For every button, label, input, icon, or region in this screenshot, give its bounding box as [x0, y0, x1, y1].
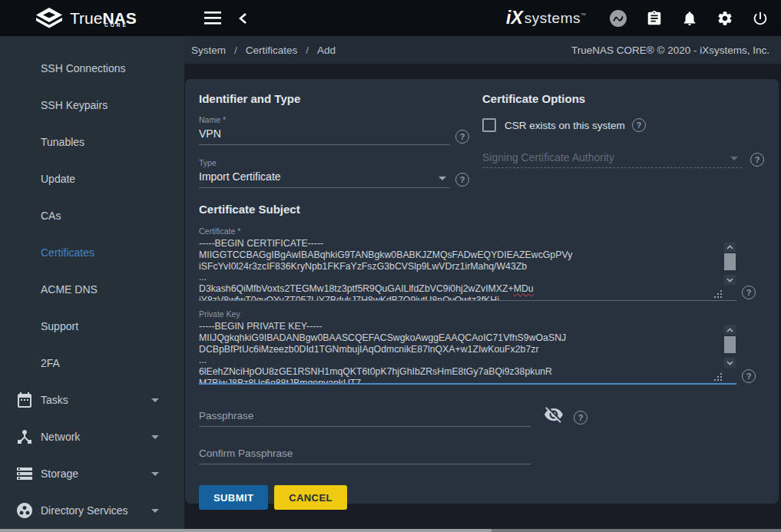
sidebar-item-label: 2FA	[41, 357, 60, 369]
sidebar-item-directory-services[interactable]: Directory Services	[0, 492, 184, 529]
csr-checkbox[interactable]	[482, 118, 496, 132]
breadcrumb-add: Add	[317, 45, 336, 56]
cert-line: D3kash6QiMfbVoxts2TEGMw18tz3ptf5R9QuGAIL…	[199, 283, 721, 295]
chevron-down-icon	[726, 278, 733, 283]
scroll-up-arrow[interactable]	[724, 325, 736, 335]
truecommand-icon	[609, 9, 627, 28]
topbar-right-group: iX systems ™	[506, 8, 781, 28]
clipboard-icon	[646, 10, 663, 27]
sidebar-item-support[interactable]: Support	[0, 308, 184, 345]
csr-checkbox-label: CSR exists on this system	[505, 120, 625, 131]
private-key-help-icon[interactable]	[742, 369, 756, 383]
submit-button[interactable]: SUBMIT	[199, 485, 268, 510]
cert-spellcheck-flagged-text: MDu	[514, 283, 534, 294]
signing-ca-label: Signing Certificate Authority	[482, 151, 614, 164]
name-help-icon[interactable]	[455, 130, 469, 144]
scrollbar-thumb[interactable]	[724, 253, 736, 270]
breadcrumb-certificates[interactable]: Certificates	[246, 45, 298, 56]
breadcrumb-separator: /	[306, 45, 309, 56]
csr-help-icon[interactable]	[632, 118, 646, 132]
scrollbar-thumb[interactable]	[724, 336, 736, 353]
confirm-passphrase-input[interactable]	[199, 448, 531, 464]
certificate-textarea[interactable]: -----BEGIN CERTIFICATE-----MIIGGTCCBAGgI…	[199, 238, 736, 300]
breadcrumb-system[interactable]: System	[191, 45, 226, 56]
eye-off-icon	[544, 405, 564, 425]
private-key-field-label: Private Key	[199, 309, 765, 319]
power-icon	[752, 10, 769, 27]
confirm-passphrase-field-group	[199, 446, 765, 464]
main-content: System / Certificates / Add TrueNAS CORE…	[184, 36, 781, 529]
chevron-up-icon	[726, 245, 733, 249]
sidebar-item-cas[interactable]: CAs	[0, 197, 184, 234]
certificate-options-section: Certificate Options CSR exists on this s…	[482, 92, 765, 188]
sidebar-item-ssh-keypairs[interactable]: SSH Keypairs	[0, 87, 184, 124]
certificate-field-label: Certificate *	[199, 226, 765, 236]
sidebar-item-acme-dns[interactable]: ACME DNS	[0, 271, 184, 308]
resize-grip-icon[interactable]	[720, 379, 722, 381]
type-select-value: Import Certificate	[199, 170, 281, 183]
sidebar-item-network[interactable]: Network	[0, 418, 184, 455]
private-key-field-group: -----BEGIN PRIVATE KEY-----MIIJQgkqhkiG9…	[199, 321, 765, 385]
pk-line: DCBpBfPtUc6iMzeezb0DId1TGNmbujIAqOdmcnik…	[199, 344, 721, 355]
sidebar-item-ssh-connections[interactable]: SSH Connections	[0, 50, 184, 87]
sidebar-item-tasks[interactable]: Tasks	[0, 382, 184, 418]
sidebar-item-2fa[interactable]: 2FA	[0, 345, 184, 382]
section-title: Identifier and Type	[199, 92, 469, 105]
signing-ca-help-icon[interactable]	[750, 153, 764, 167]
chevron-left-icon	[238, 12, 247, 25]
notifications-button[interactable]	[681, 10, 698, 27]
scroll-down-arrow[interactable]	[724, 358, 736, 368]
bell-icon	[681, 10, 698, 27]
cert-line-clipped: jY8zV8wfwT0qvQYvZT057LjY7BdvkJ7H8wKdB7Q9…	[199, 295, 721, 300]
collapse-back-button[interactable]	[238, 12, 247, 25]
certificate-scrollbar	[724, 242, 736, 285]
toggle-passphrase-visibility-button[interactable]	[544, 405, 564, 427]
truenas-logo[interactable]: TrueNAS CORE	[0, 7, 184, 30]
horizontal-scrollbar-thumb[interactable]	[0, 529, 491, 532]
horizontal-scrollbar[interactable]	[0, 529, 781, 532]
passphrase-help-icon[interactable]	[574, 411, 587, 425]
pk-line: -----BEGIN PRIVATE KEY-----	[199, 321, 721, 332]
truecommand-button[interactable]	[609, 9, 627, 28]
settings-button[interactable]	[716, 10, 733, 27]
jobs-button[interactable]	[646, 10, 663, 27]
chevron-down-icon	[151, 435, 159, 439]
private-key-textarea[interactable]: -----BEGIN PRIVATE KEY-----MIIJQgkqhkiG9…	[199, 321, 736, 383]
chevron-down-icon	[438, 177, 446, 180]
sidebar-item-label: SSH Connections	[41, 62, 126, 74]
passphrase-input[interactable]	[199, 410, 531, 426]
form-actions: SUBMIT CANCEL	[199, 485, 765, 510]
scroll-up-arrow[interactable]	[724, 242, 736, 252]
sidebar-item-update[interactable]: Update	[0, 160, 184, 197]
ixsystems-logo: iX systems ™	[506, 8, 586, 28]
section-title: Certificate Subject	[199, 203, 765, 216]
storage-icon	[15, 464, 34, 483]
sidebar-item-label: Storage	[41, 468, 78, 480]
topbar-icon-buttons	[609, 9, 769, 28]
identifier-and-type-section: Identifier and Type Name *	[199, 92, 469, 188]
sidebar-item-storage[interactable]: Storage	[0, 455, 184, 492]
signing-ca-field-group: Signing Certificate Authority	[482, 151, 765, 168]
cert-line: -----BEGIN CERTIFICATE-----	[199, 238, 721, 249]
power-button[interactable]	[752, 10, 769, 27]
brand-core-label: CORE	[104, 17, 128, 33]
type-select[interactable]: Import Certificate	[199, 170, 450, 188]
resize-grip-icon[interactable]	[720, 296, 722, 298]
brand-true: True	[70, 9, 102, 27]
pk-line: MIIJQgkqhkiG9IBADANBgw0BAASCQEFACSwgkoAw…	[199, 332, 721, 344]
sidebar-item-tunables[interactable]: Tunables	[0, 124, 184, 160]
certificate-help-icon[interactable]	[742, 286, 756, 299]
chevron-up-icon	[726, 328, 733, 332]
sidebar-item-label: Certificates	[41, 246, 94, 259]
csr-checkbox-row: CSR exists on this system	[482, 118, 765, 132]
sidebar-item-certificates[interactable]: Certificates	[0, 234, 184, 271]
scroll-down-arrow[interactable]	[724, 275, 736, 285]
sidebar-item-label: CAs	[41, 210, 61, 222]
name-input[interactable]	[199, 127, 450, 140]
sidebar-nav: SSH Connections SSH Keypairs Tunables Up…	[0, 36, 184, 529]
type-help-icon[interactable]	[455, 173, 469, 187]
chevron-down-icon	[151, 398, 159, 402]
sidebar-item-label: SSH Keypairs	[41, 99, 108, 111]
hamburger-menu-button[interactable]	[204, 12, 221, 25]
cancel-button[interactable]: CANCEL	[274, 485, 347, 510]
